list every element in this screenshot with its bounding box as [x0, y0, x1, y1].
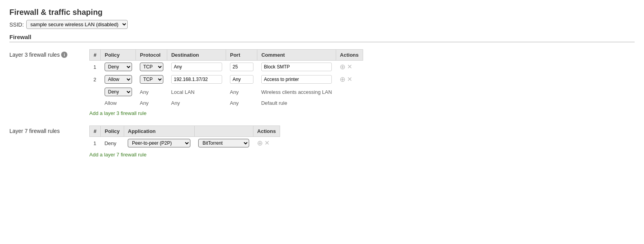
static-row1-protocol: Any [136, 86, 167, 98]
col-header-destination: Destination [167, 50, 226, 61]
static-row1-destination: Local LAN [167, 86, 226, 98]
l7-row1-policy: Deny [101, 137, 124, 150]
row1-destination-cell [167, 61, 226, 74]
row1-action-icons: ⊕ ✕ [340, 63, 359, 70]
ssid-row: SSID: sample secure wireless LAN (disabl… [9, 20, 635, 29]
firewall-section-title: Firewall [9, 34, 635, 42]
row2-actions-cell: ⊕ ✕ [336, 73, 363, 86]
layer3-header-row: # Policy Protocol Destination Port Comme… [90, 50, 363, 61]
row1-protocol-select[interactable]: TCP UDP Any ICMP [140, 63, 163, 71]
layer7-table-container: # Policy Application Actions 1 Deny Peer… [89, 126, 280, 158]
row1-actions-cell: ⊕ ✕ [336, 61, 363, 74]
row2-port-input[interactable] [230, 75, 253, 84]
row2-policy-select[interactable]: Allow Deny [105, 75, 132, 84]
l7-col-header-policy: Policy [101, 126, 124, 137]
static-row1-port: Any [226, 86, 257, 98]
table-row: 1 Deny Allow TCP UDP Any ICMP [90, 61, 363, 74]
static-row2-num [90, 98, 101, 108]
row2-delete-icon[interactable]: ✕ [347, 76, 352, 83]
static-row2-actions [336, 98, 363, 108]
row1-port-input[interactable] [230, 63, 253, 71]
static-row2-port: Any [226, 98, 257, 108]
ssid-label: SSID: [9, 22, 24, 28]
table-row: 2 Allow Deny TCP UDP Any ICMP [90, 73, 363, 86]
l7-col-header-actions: Actions [253, 126, 280, 137]
table-row: Allow Any Any Any Default rule [90, 98, 363, 108]
l7-row1-delete-icon[interactable]: ✕ [264, 140, 270, 146]
row2-protocol-select[interactable]: TCP UDP Any ICMP [140, 75, 163, 84]
layer3-label: Layer 3 firewall rules i [9, 49, 80, 116]
row1-delete-icon[interactable]: ✕ [347, 64, 352, 70]
row1-add-icon[interactable]: ⊕ [340, 63, 346, 70]
static-row1-policy-cell: Deny Allow [101, 86, 136, 98]
l7-col-header-num: # [90, 126, 101, 137]
add-layer3-rule-link[interactable]: Add a layer 3 firewall rule [89, 110, 147, 116]
layer7-header-row: # Policy Application Actions [90, 126, 280, 137]
col-header-port: Port [226, 50, 257, 61]
l7-col-header-app2 [194, 126, 253, 137]
layer7-section: Layer 7 firewall rules # Policy Applicat… [9, 126, 635, 158]
row2-destination-cell [167, 73, 226, 86]
table-row: 1 Deny Peer-to-peer (P2P) Streaming Coll… [90, 137, 280, 150]
static-row2-protocol: Any [136, 98, 167, 108]
row2-protocol-cell: TCP UDP Any ICMP [136, 73, 167, 86]
layer3-info-icon[interactable]: i [61, 52, 67, 58]
l7-row1-add-icon[interactable]: ⊕ [257, 140, 263, 147]
col-header-num: # [90, 50, 101, 61]
table-row: Deny Allow Any Local LAN Any Wireless cl… [90, 86, 363, 98]
layer3-section: Layer 3 firewall rules i # Policy Protoc… [9, 49, 635, 116]
l7-row1-app-category-select[interactable]: Peer-to-peer (P2P) Streaming Collaborati… [128, 139, 190, 147]
row2-comment-cell [257, 73, 336, 86]
static-row1-comment: Wireless clients accessing LAN [257, 86, 336, 98]
ssid-select[interactable]: sample secure wireless LAN (disabled) [26, 20, 128, 29]
col-header-protocol: Protocol [136, 50, 167, 61]
l7-row1-action-icons: ⊕ ✕ [257, 140, 276, 147]
row1-protocol-cell: TCP UDP Any ICMP [136, 61, 167, 74]
row2-destination-input[interactable] [171, 75, 222, 84]
row2-port-cell [226, 73, 257, 86]
col-header-policy: Policy [101, 50, 136, 61]
static-row1-policy-select[interactable]: Deny Allow [105, 88, 132, 96]
l7-col-header-application: Application [124, 126, 194, 137]
add-layer7-rule-link[interactable]: Add a layer 7 firewall rule [89, 152, 147, 158]
static-row1-num [90, 86, 101, 98]
layer7-label: Layer 7 firewall rules [9, 126, 80, 158]
static-row1-actions [336, 86, 363, 98]
l7-row1-app-cell: BitTorrent uTorrent Kazaa Any [194, 137, 253, 150]
col-header-comment: Comment [257, 50, 336, 61]
row1-num: 1 [90, 61, 101, 74]
static-row2-comment: Default rule [257, 98, 336, 108]
l7-row1-actions-cell: ⊕ ✕ [253, 137, 280, 150]
layer3-table: # Policy Protocol Destination Port Comme… [89, 49, 363, 108]
static-row2-policy: Allow [101, 98, 136, 108]
row2-comment-input[interactable] [261, 75, 332, 84]
row1-port-cell [226, 61, 257, 74]
l7-row1-num: 1 [90, 137, 101, 150]
l7-row1-app-select[interactable]: BitTorrent uTorrent Kazaa Any [198, 139, 249, 147]
row2-action-icons: ⊕ ✕ [340, 76, 359, 83]
static-row2-destination: Any [167, 98, 226, 108]
row1-comment-cell [257, 61, 336, 74]
row1-destination-input[interactable] [171, 63, 222, 71]
row2-num: 2 [90, 73, 101, 86]
row1-policy-cell: Deny Allow [101, 61, 136, 74]
layer3-table-container: # Policy Protocol Destination Port Comme… [89, 49, 363, 116]
l7-row1-app-category-cell: Peer-to-peer (P2P) Streaming Collaborati… [124, 137, 194, 150]
row2-policy-cell: Allow Deny [101, 73, 136, 86]
row2-add-icon[interactable]: ⊕ [340, 76, 346, 83]
row1-comment-input[interactable] [261, 63, 332, 71]
col-header-actions: Actions [336, 50, 363, 61]
row1-policy-select[interactable]: Deny Allow [105, 63, 132, 71]
page-title: Firewall & traffic shaping [9, 8, 635, 17]
layer7-table: # Policy Application Actions 1 Deny Peer… [89, 126, 280, 149]
